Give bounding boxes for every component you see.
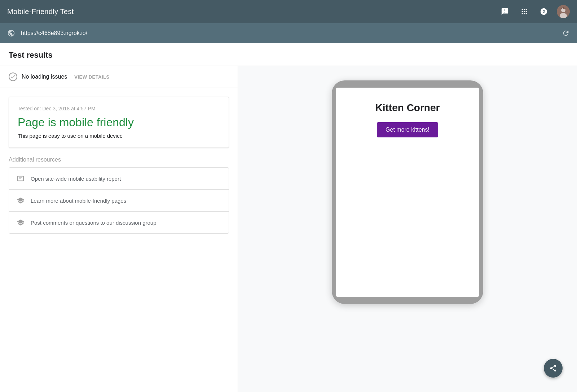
page-title: Test results (9, 50, 568, 60)
left-panel: No loading issues VIEW DETAILS Tested on… (0, 66, 238, 392)
refresh-icon[interactable] (562, 29, 570, 37)
phone-cta-button[interactable]: Get more kittens! (377, 122, 438, 137)
svg-rect-6 (563, 7, 564, 9)
discuss-svg (17, 219, 25, 226)
avatar-icon (557, 5, 570, 18)
mobile-friendly-desc: This page is easy to use on a mobile dev… (18, 133, 220, 139)
view-details-link[interactable]: VIEW DETAILS (74, 74, 109, 80)
result-card: Tested on: Dec 3, 2018 at 4:57 PM Page i… (9, 97, 229, 148)
loading-issues-bar: No loading issues VIEW DETAILS (0, 66, 238, 88)
globe-icon (7, 29, 15, 37)
resource-discuss-text: Post comments or questions to our discus… (31, 220, 157, 226)
apps-button[interactable] (518, 5, 531, 18)
feedback-icon (501, 8, 509, 16)
url-bar (0, 23, 577, 43)
test-date: Tested on: Dec 3, 2018 at 4:57 PM (18, 106, 220, 111)
phone-mockup: Kitten Corner Get more kittens! (332, 80, 483, 304)
refresh-svg (562, 29, 570, 37)
usability-report-icon (16, 174, 25, 183)
phone-site-title: Kitten Corner (375, 102, 440, 114)
app-title: Mobile-Friendly Test (7, 8, 74, 16)
checkmark-svg (10, 74, 16, 80)
resource-item-learn[interactable]: Learn more about mobile-friendly pages (9, 190, 229, 212)
resources-title: Additional resources (9, 157, 229, 163)
svg-rect-8 (19, 177, 22, 178)
learn-icon (16, 196, 25, 205)
url-input[interactable] (21, 30, 556, 36)
discuss-icon (16, 218, 25, 227)
share-fab-button[interactable] (544, 359, 563, 378)
resource-item-discuss[interactable]: Post comments or questions to our discus… (9, 212, 229, 233)
test-results-header: Test results (0, 43, 577, 66)
svg-text:2: 2 (543, 9, 545, 14)
monitor-svg (17, 175, 25, 182)
svg-rect-9 (19, 179, 21, 179)
apps-icon (520, 8, 528, 16)
notification-icon: 2 (540, 8, 548, 16)
resource-item-usability[interactable]: Open site-wide mobile usability report (9, 168, 229, 190)
resource-usability-text: Open site-wide mobile usability report (31, 176, 121, 182)
notification-button[interactable]: 2 (537, 5, 550, 18)
right-panel: Kitten Corner Get more kittens! (238, 66, 577, 392)
content-area: No loading issues VIEW DETAILS Tested on… (0, 66, 577, 392)
user-avatar[interactable] (557, 5, 570, 18)
resources-card: Open site-wide mobile usability report L… (9, 167, 229, 234)
resource-learn-text: Learn more about mobile-friendly pages (31, 198, 126, 204)
learn-svg (17, 197, 25, 204)
globe-svg (7, 29, 15, 37)
svg-rect-7 (564, 8, 565, 9)
header-actions: 2 (498, 5, 570, 18)
additional-resources: Additional resources Open site-wide mobi… (0, 157, 238, 234)
loading-issues-text: No loading issues (22, 74, 67, 80)
feedback-button[interactable] (498, 5, 511, 18)
main-content: Test results No loading issues VIEW DETA… (0, 43, 577, 392)
phone-screen: Kitten Corner Get more kittens! (336, 88, 479, 297)
svg-rect-5 (561, 8, 562, 9)
check-circle-icon (9, 72, 17, 81)
app-header: Mobile-Friendly Test 2 (0, 0, 577, 23)
share-icon (549, 364, 557, 372)
mobile-friendly-result: Page is mobile friendly (18, 116, 220, 129)
notification-badge[interactable]: 2 (537, 5, 550, 18)
